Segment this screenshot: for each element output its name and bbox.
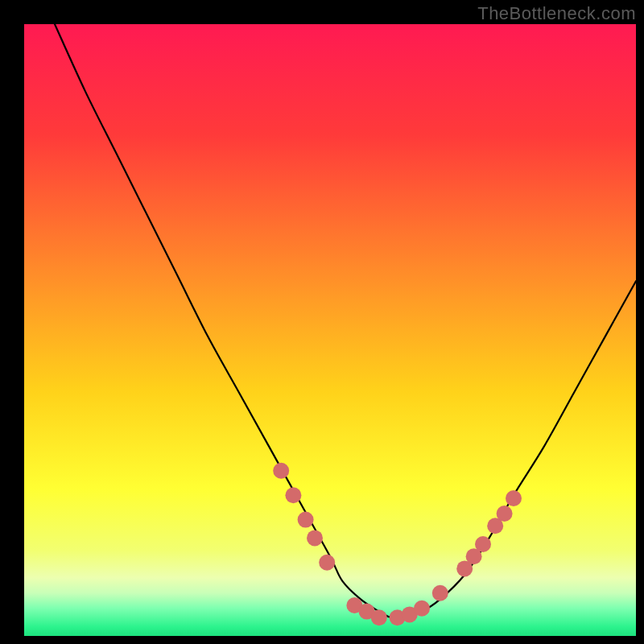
- highlight-dot: [319, 555, 335, 571]
- highlight-dot: [414, 601, 430, 617]
- highlight-dot: [298, 512, 314, 528]
- highlight-dot: [497, 506, 513, 522]
- highlight-dot: [506, 490, 522, 506]
- gradient-background: [24, 24, 636, 636]
- highlight-dot: [273, 463, 289, 479]
- highlight-dot: [307, 530, 323, 546]
- highlight-dot: [432, 585, 448, 601]
- chart-svg: [0, 0, 644, 644]
- watermark-text: TheBottleneck.com: [477, 3, 636, 24]
- highlight-dot: [475, 536, 491, 552]
- highlight-dot: [285, 487, 301, 503]
- highlight-dot: [371, 609, 387, 625]
- chart-frame: TheBottleneck.com: [0, 0, 644, 644]
